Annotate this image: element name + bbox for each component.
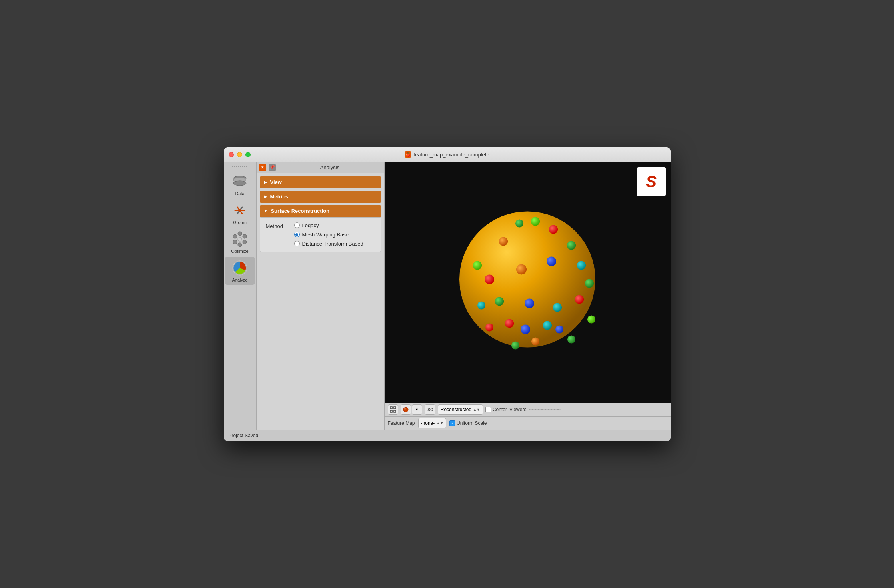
svg-point-10	[243, 234, 247, 238]
viewers-slider[interactable]	[529, 409, 561, 410]
iso-label: ISO	[427, 408, 433, 412]
svg-point-38	[567, 335, 575, 343]
uniform-scale-row: ✓ Uniform Scale	[449, 420, 487, 426]
surface-arrow: ▼	[264, 209, 268, 213]
render-mode-button[interactable]	[401, 404, 411, 415]
svg-rect-46	[394, 410, 396, 412]
svg-point-15	[238, 237, 242, 241]
radio-distance-transform[interactable]: Distance Transform Based	[294, 241, 363, 247]
sidebar-analyze-label: Analyze	[232, 278, 247, 282]
svg-point-37	[485, 323, 493, 331]
radio-legacy[interactable]: Legacy	[294, 222, 363, 228]
surface-reconstruction-header[interactable]: ▼ Surface Reconstruction	[260, 205, 381, 217]
panel-body: ▶ View ▶ Metrics ▼ Surface Reconstructio	[257, 173, 384, 430]
sidebar-item-groom[interactable]: Groom	[225, 199, 255, 227]
sphere-container	[451, 203, 603, 355]
close-button[interactable]	[229, 152, 234, 157]
feature-map-select[interactable]: -none- ▲▼	[418, 418, 447, 428]
svg-point-12	[238, 243, 242, 247]
svg-point-31	[525, 298, 534, 308]
svg-point-8	[239, 209, 241, 212]
radio-mesh-warping[interactable]: Mesh Warping Based	[294, 232, 363, 238]
render-dropdown-button[interactable]: ▼	[412, 404, 422, 415]
metrics-section-label: Metrics	[270, 194, 289, 200]
svg-point-39	[531, 337, 539, 345]
sphere-svg	[451, 203, 603, 355]
metrics-section: ▶ Metrics	[260, 191, 381, 203]
radio-distance-transform-btn[interactable]	[294, 241, 300, 246]
iso-button[interactable]: ISO	[425, 404, 435, 415]
title-text: feature_map_example_complete	[413, 152, 489, 158]
sidebar-item-analyze[interactable]: Analyze	[225, 257, 255, 285]
titlebar: 🍎 feature_map_example_complete	[224, 147, 671, 162]
analyze-icon	[231, 259, 249, 277]
radio-mesh-warping-btn[interactable]	[294, 232, 300, 237]
analysis-panel: ✕ 📌 Analysis ▶ View ▶ Metrics	[257, 162, 385, 430]
svg-point-34	[521, 324, 530, 334]
viewport-toolbar-2: Feature Map -none- ▲▼ ✓ Uniform Scale	[385, 416, 671, 430]
radio-distance-transform-label: Distance Transform Based	[302, 241, 363, 247]
panel-close-button[interactable]: ✕	[259, 164, 266, 171]
metrics-section-header[interactable]: ▶ Metrics	[260, 191, 381, 203]
statusbar: Project Saved	[224, 430, 671, 441]
fit-view-button[interactable]	[388, 404, 398, 415]
svg-point-20	[549, 225, 558, 234]
svg-point-25	[516, 264, 527, 274]
svg-point-23	[473, 261, 482, 270]
view-section: ▶ View	[260, 176, 381, 188]
feature-map-arrows: ▲▼	[436, 421, 443, 425]
logo-icon: S	[646, 174, 657, 190]
reconstructed-select[interactable]: Reconstructed ▲▼	[438, 404, 483, 415]
svg-point-32	[553, 303, 562, 312]
sidebar-data-label: Data	[235, 191, 244, 196]
svg-point-4	[233, 181, 246, 186]
sidebar-item-data[interactable]: Data	[225, 170, 255, 198]
reconstructed-label: Reconstructed	[441, 407, 471, 412]
radio-legacy-btn[interactable]	[294, 222, 300, 228]
viewport-3d[interactable]: S	[385, 162, 671, 403]
svg-point-41	[477, 301, 485, 309]
panel-header-title: Analysis	[278, 164, 382, 170]
main-content: Data Groom	[224, 162, 671, 430]
method-label: Method	[266, 222, 288, 229]
svg-point-22	[567, 241, 576, 250]
svg-point-47	[403, 407, 408, 412]
center-checkbox[interactable]	[485, 407, 491, 412]
svg-point-36	[555, 325, 563, 333]
view-section-header[interactable]: ▶ View	[260, 176, 381, 188]
svg-point-26	[547, 256, 556, 266]
logo-overlay: S	[637, 167, 666, 196]
window-title: 🍎 feature_map_example_complete	[405, 151, 489, 158]
svg-point-48	[404, 408, 406, 410]
view-section-label: View	[270, 179, 282, 185]
groom-icon	[231, 202, 249, 219]
select-arrows: ▲▼	[473, 408, 480, 412]
svg-point-18	[515, 219, 523, 227]
viewers-label: Viewers	[509, 407, 526, 412]
maximize-button[interactable]	[245, 152, 251, 157]
main-window: 🍎 feature_map_example_complete Da	[224, 147, 671, 441]
minimize-button[interactable]	[237, 152, 242, 157]
svg-point-14	[233, 234, 237, 238]
svg-point-11	[243, 240, 247, 244]
fit-icon	[390, 406, 396, 413]
feature-map-label: Feature Map	[388, 420, 415, 426]
panel-pin-button[interactable]: 📌	[269, 164, 276, 171]
center-checkbox-row: Center	[485, 407, 507, 412]
surface-section-label: Surface Reconstruction	[271, 208, 329, 214]
optimize-icon	[231, 230, 249, 248]
svg-point-33	[505, 319, 514, 328]
center-label: Center	[493, 407, 507, 412]
radio-legacy-label: Legacy	[302, 222, 319, 228]
render-icon	[403, 406, 409, 413]
svg-rect-44	[394, 407, 396, 409]
uniform-scale-checkbox[interactable]: ✓	[449, 420, 455, 426]
svg-point-19	[531, 217, 540, 226]
svg-rect-45	[390, 410, 392, 412]
svg-point-9	[238, 232, 242, 236]
sidebar-item-optimize[interactable]: Optimize	[225, 228, 255, 256]
status-message: Project Saved	[229, 433, 259, 438]
viewers-slider-track	[529, 409, 561, 410]
panel-top-bar: ✕ 📌 Analysis	[257, 162, 384, 173]
svg-point-40	[587, 315, 595, 323]
